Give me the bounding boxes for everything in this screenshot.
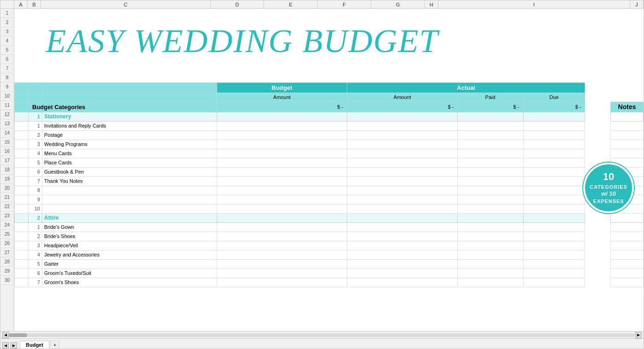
item-name-2-5: Garter <box>42 259 217 268</box>
item-row-1-3: 3 Wedding Programs <box>15 140 644 149</box>
item-name-2-2: Bride's Shoes <box>42 232 217 241</box>
row-num-9: 9 <box>0 82 14 92</box>
paid-header: Paid <box>458 93 523 102</box>
row-num-29: 29 <box>0 267 14 276</box>
row-num-26: 26 <box>0 239 14 248</box>
scroll-left-arrow[interactable]: ◀ <box>2 332 9 338</box>
row-num-30: 30 <box>0 276 14 285</box>
item-row-2-5: 5 Garter <box>15 259 644 268</box>
item-num-2-3: 3 <box>29 241 42 250</box>
row-num-21: 21 <box>0 193 14 202</box>
cat-name-2: Attire <box>42 213 217 222</box>
row-num-6: 6 <box>0 55 14 64</box>
item-name-2-3: Headpiece/Veil <box>42 241 217 250</box>
row-num-14: 14 <box>0 128 14 138</box>
spreadsheet: A B C D E F G H I J 1 2 3 4 5 6 7 8 9 10… <box>0 0 644 349</box>
row-num-2: 2 <box>0 18 14 27</box>
item-row-2-6: 6 Groom's Tuxedo/Suit <box>15 268 644 278</box>
col-header-h: H <box>425 0 438 8</box>
category-row-stationery: 1 Stationery <box>15 112 644 121</box>
budget-header: Budget <box>217 82 347 93</box>
col-header-f: F <box>318 0 371 8</box>
col-header-j: J <box>630 0 644 8</box>
spreadsheet-title: EASY WEDDING BUDGET <box>46 24 439 58</box>
item-num-2-2: 2 <box>29 232 42 241</box>
item-num-1-8: 8 <box>29 186 42 195</box>
row-num-27: 27 <box>0 248 14 257</box>
row-10-header: Amount Amount Paid Due <box>15 93 644 102</box>
cat-num-1: 1 <box>29 112 42 121</box>
item-name-2-1: Bride's Gown <box>42 222 217 232</box>
tab-bar: ◀ ▶ Budget + <box>0 338 644 349</box>
row-num-18: 18 <box>0 165 14 174</box>
row-num-19: 19 <box>0 174 14 184</box>
scroll-right-arrow[interactable]: ▶ <box>635 332 642 338</box>
item-name-1-1: Invitations and Reply Cards <box>42 121 217 130</box>
item-name-1-7: Thank You Notes <box>42 176 217 186</box>
actual-header: Actual <box>347 82 585 93</box>
item-row-2-7: 7 Groom's Shoes <box>15 278 644 287</box>
paid-total: $ - <box>458 102 523 112</box>
item-name-2-7: Groom's Shoes <box>42 278 217 287</box>
column-headers: A B C D E F G H I J <box>0 0 644 9</box>
row-8 <box>15 73 644 82</box>
row-num-15: 15 <box>0 138 14 147</box>
badge-line1: 10 <box>603 170 614 184</box>
scroll-track[interactable] <box>9 333 635 337</box>
item-num-2-7: 7 <box>29 278 42 287</box>
item-num-1-2: 2 <box>29 130 42 140</box>
col-header-b: B <box>28 0 41 8</box>
row-num-12: 12 <box>0 110 14 119</box>
item-num-1-9: 9 <box>29 195 42 204</box>
item-row-2-1: 1 Bride's Gown <box>15 222 644 232</box>
item-row-1-5: 5 Place Cards <box>15 158 644 167</box>
col-header-c: C <box>41 0 211 8</box>
badge-line3: w/ 10 <box>601 190 616 198</box>
corner-cell <box>0 0 14 8</box>
scroll-thumb[interactable] <box>9 333 27 337</box>
row-num-11: 11 <box>0 101 14 110</box>
tab-budget[interactable]: Budget <box>20 341 49 349</box>
row-1: EASY WEDDING BUDGET <box>15 9 644 18</box>
row-num-10: 10 <box>0 92 14 101</box>
row-num-17: 17 <box>0 156 14 165</box>
item-num-2-6: 6 <box>29 268 42 278</box>
horizontal-scrollbar[interactable]: ◀ ▶ <box>0 331 644 338</box>
item-row-1-2: 2 Postage <box>15 130 644 140</box>
item-num-1-3: 3 <box>29 140 42 149</box>
item-row-1-1: 1 Invitations and Reply Cards <box>15 121 644 130</box>
row-num-22: 22 <box>0 202 14 211</box>
item-num-1-10: 10 <box>29 204 42 213</box>
item-num-2-1: 1 <box>29 222 42 232</box>
tab-scroll-right[interactable]: ▶ <box>11 342 17 349</box>
row-num-16: 16 <box>0 147 14 156</box>
item-name-2-6: Groom's Tuxedo/Suit <box>42 268 217 278</box>
row-num-7: 7 <box>0 64 14 73</box>
item-num-1-4: 4 <box>29 149 42 158</box>
cat-num-2: 2 <box>29 213 42 222</box>
tab-add-button[interactable]: + <box>50 341 59 349</box>
row-num-5: 5 <box>0 46 14 55</box>
item-row-1-8: 8 <box>15 186 644 195</box>
item-name-1-6: Guestbook & Pen <box>42 167 217 176</box>
due-total: $ - <box>523 102 585 112</box>
badge-line4: EXPENSES <box>593 198 624 204</box>
category-badge: 10 CATEGORIES w/ 10 EXPENSES <box>583 163 634 213</box>
badge-line2: CATEGORIES <box>590 184 627 190</box>
item-num-1-5: 5 <box>29 158 42 167</box>
row-9-header: Budget Actual <box>15 82 644 93</box>
due-header: Due <box>523 93 585 102</box>
grid-container: 1 2 3 4 5 6 7 8 9 10 11 12 13 14 15 16 1… <box>0 9 644 331</box>
row-num-13: 13 <box>0 119 14 128</box>
tab-scroll-left[interactable]: ◀ <box>2 342 9 349</box>
budget-total: $ - <box>217 102 347 112</box>
item-name-1-4: Menu Cards <box>42 149 217 158</box>
actual-total: $ - <box>347 102 457 112</box>
item-row-1-9: 9 <box>15 195 644 204</box>
item-row-2-4: 4 Jewelry and Accessories <box>15 250 644 259</box>
item-row-2-3: 3 Headpiece/Veil <box>15 241 644 250</box>
item-row-2-2: 2 Bride's Shoes <box>15 232 644 241</box>
row-num-3: 3 <box>0 27 14 36</box>
row-11-totals: Budget Categories $ - $ - $ - $ - Notes <box>15 102 644 112</box>
item-name-1-2: Postage <box>42 130 217 140</box>
